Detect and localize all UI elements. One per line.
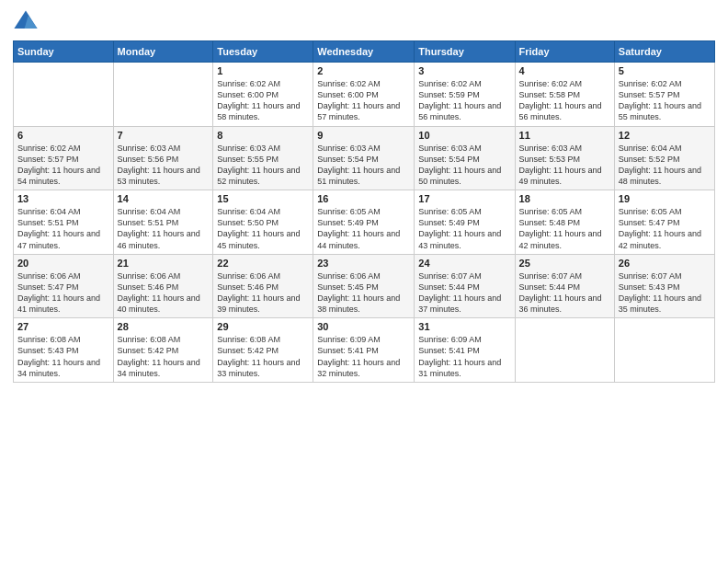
calendar-cell: 25Sunrise: 6:07 AM Sunset: 5:44 PM Dayli… xyxy=(515,254,614,318)
calendar-cell: 22Sunrise: 6:06 AM Sunset: 5:46 PM Dayli… xyxy=(213,254,313,318)
calendar-cell: 9Sunrise: 6:03 AM Sunset: 5:54 PM Daylig… xyxy=(313,126,415,190)
calendar-cell: 16Sunrise: 6:05 AM Sunset: 5:49 PM Dayli… xyxy=(313,190,415,255)
calendar-cell: 26Sunrise: 6:07 AM Sunset: 5:43 PM Dayli… xyxy=(614,254,714,318)
day-info: Sunrise: 6:02 AM Sunset: 5:57 PM Dayligh… xyxy=(619,78,711,123)
day-info: Sunrise: 6:03 AM Sunset: 5:53 PM Dayligh… xyxy=(519,143,610,188)
day-info: Sunrise: 6:02 AM Sunset: 6:00 PM Dayligh… xyxy=(317,78,410,123)
calendar-cell: 13Sunrise: 6:04 AM Sunset: 5:51 PM Dayli… xyxy=(14,190,114,255)
calendar-cell: 12Sunrise: 6:04 AM Sunset: 5:52 PM Dayli… xyxy=(614,126,714,190)
week-row-2: 13Sunrise: 6:04 AM Sunset: 5:51 PM Dayli… xyxy=(14,190,715,255)
day-info: Sunrise: 6:06 AM Sunset: 5:46 PM Dayligh… xyxy=(217,270,309,316)
calendar-cell: 7Sunrise: 6:03 AM Sunset: 5:56 PM Daylig… xyxy=(113,126,213,190)
calendar-cell xyxy=(113,63,213,127)
calendar-cell: 11Sunrise: 6:03 AM Sunset: 5:53 PM Dayli… xyxy=(515,126,614,190)
day-info: Sunrise: 6:08 AM Sunset: 5:43 PM Dayligh… xyxy=(17,334,109,379)
day-number: 28 xyxy=(118,321,210,332)
calendar-cell: 17Sunrise: 6:05 AM Sunset: 5:49 PM Dayli… xyxy=(415,190,515,255)
calendar-cell: 24Sunrise: 6:07 AM Sunset: 5:44 PM Dayli… xyxy=(415,254,515,318)
day-info: Sunrise: 6:07 AM Sunset: 5:43 PM Dayligh… xyxy=(619,270,711,316)
calendar-cell: 1Sunrise: 6:02 AM Sunset: 6:00 PM Daylig… xyxy=(213,63,313,127)
day-number: 16 xyxy=(317,193,410,204)
calendar-thead: SundayMondayTuesdayWednesdayThursdayFrid… xyxy=(14,41,715,63)
calendar-cell: 2Sunrise: 6:02 AM Sunset: 6:00 PM Daylig… xyxy=(313,63,415,127)
calendar-cell: 6Sunrise: 6:02 AM Sunset: 5:57 PM Daylig… xyxy=(14,126,114,190)
header-friday: Friday xyxy=(515,41,614,63)
week-row-3: 20Sunrise: 6:06 AM Sunset: 5:47 PM Dayli… xyxy=(14,254,715,318)
day-info: Sunrise: 6:02 AM Sunset: 5:57 PM Dayligh… xyxy=(17,143,109,188)
calendar-cell: 8Sunrise: 6:03 AM Sunset: 5:55 PM Daylig… xyxy=(213,126,313,190)
day-number: 3 xyxy=(418,65,510,76)
day-info: Sunrise: 6:03 AM Sunset: 5:54 PM Dayligh… xyxy=(418,143,510,188)
day-number: 18 xyxy=(519,193,610,204)
calendar-cell: 15Sunrise: 6:04 AM Sunset: 5:50 PM Dayli… xyxy=(213,190,313,255)
day-info: Sunrise: 6:05 AM Sunset: 5:49 PM Dayligh… xyxy=(317,206,410,251)
day-info: Sunrise: 6:02 AM Sunset: 6:00 PM Dayligh… xyxy=(217,78,309,123)
calendar-cell: 14Sunrise: 6:04 AM Sunset: 5:51 PM Dayli… xyxy=(113,190,213,255)
day-info: Sunrise: 6:03 AM Sunset: 5:54 PM Dayligh… xyxy=(317,143,410,188)
calendar-cell: 27Sunrise: 6:08 AM Sunset: 5:43 PM Dayli… xyxy=(14,318,114,383)
logo xyxy=(13,9,42,35)
header-saturday: Saturday xyxy=(614,41,714,63)
day-info: Sunrise: 6:06 AM Sunset: 5:46 PM Dayligh… xyxy=(118,270,210,316)
day-info: Sunrise: 6:09 AM Sunset: 5:41 PM Dayligh… xyxy=(317,334,410,379)
header-row xyxy=(13,9,715,35)
day-info: Sunrise: 6:05 AM Sunset: 5:48 PM Dayligh… xyxy=(519,206,610,251)
day-number: 2 xyxy=(317,65,410,76)
day-info: Sunrise: 6:04 AM Sunset: 5:50 PM Dayligh… xyxy=(217,206,309,251)
day-number: 31 xyxy=(418,321,510,332)
day-info: Sunrise: 6:06 AM Sunset: 5:45 PM Dayligh… xyxy=(317,270,410,316)
header-sunday: Sunday xyxy=(14,41,114,63)
day-number: 13 xyxy=(17,193,109,204)
calendar-cell: 19Sunrise: 6:05 AM Sunset: 5:47 PM Dayli… xyxy=(614,190,714,255)
calendar-table: SundayMondayTuesdayWednesdayThursdayFrid… xyxy=(13,40,715,383)
day-info: Sunrise: 6:04 AM Sunset: 5:52 PM Dayligh… xyxy=(619,143,711,188)
day-number: 10 xyxy=(418,130,510,141)
day-number: 7 xyxy=(118,130,210,141)
day-number: 26 xyxy=(619,258,711,269)
day-info: Sunrise: 6:08 AM Sunset: 5:42 PM Dayligh… xyxy=(118,334,210,379)
day-number: 5 xyxy=(619,65,711,76)
week-row-0: 1Sunrise: 6:02 AM Sunset: 6:00 PM Daylig… xyxy=(14,63,715,127)
calendar-cell: 10Sunrise: 6:03 AM Sunset: 5:54 PM Dayli… xyxy=(415,126,515,190)
day-number: 30 xyxy=(317,321,410,332)
day-number: 17 xyxy=(418,193,510,204)
day-info: Sunrise: 6:07 AM Sunset: 5:44 PM Dayligh… xyxy=(418,270,510,316)
day-number: 8 xyxy=(217,130,309,141)
header-tuesday: Tuesday xyxy=(213,41,313,63)
calendar-cell: 20Sunrise: 6:06 AM Sunset: 5:47 PM Dayli… xyxy=(14,254,114,318)
day-number: 27 xyxy=(17,321,109,332)
day-info: Sunrise: 6:03 AM Sunset: 5:55 PM Dayligh… xyxy=(217,143,309,188)
calendar-cell: 21Sunrise: 6:06 AM Sunset: 5:46 PM Dayli… xyxy=(113,254,213,318)
day-number: 1 xyxy=(217,65,309,76)
day-number: 29 xyxy=(217,321,309,332)
day-number: 12 xyxy=(619,130,711,141)
calendar-cell: 31Sunrise: 6:09 AM Sunset: 5:41 PM Dayli… xyxy=(415,318,515,383)
calendar-cell: 4Sunrise: 6:02 AM Sunset: 5:58 PM Daylig… xyxy=(515,63,614,127)
day-number: 20 xyxy=(17,258,109,269)
header-wednesday: Wednesday xyxy=(313,41,415,63)
day-info: Sunrise: 6:05 AM Sunset: 5:49 PM Dayligh… xyxy=(418,206,510,251)
calendar-cell xyxy=(14,63,114,127)
day-info: Sunrise: 6:08 AM Sunset: 5:42 PM Dayligh… xyxy=(217,334,309,379)
day-number: 6 xyxy=(17,130,109,141)
day-info: Sunrise: 6:09 AM Sunset: 5:41 PM Dayligh… xyxy=(418,334,510,379)
week-row-1: 6Sunrise: 6:02 AM Sunset: 5:57 PM Daylig… xyxy=(14,126,715,190)
header-thursday: Thursday xyxy=(415,41,515,63)
header-monday: Monday xyxy=(113,41,213,63)
day-info: Sunrise: 6:06 AM Sunset: 5:47 PM Dayligh… xyxy=(17,270,109,316)
day-number: 25 xyxy=(519,258,610,269)
day-number: 11 xyxy=(519,130,610,141)
calendar-cell: 3Sunrise: 6:02 AM Sunset: 5:59 PM Daylig… xyxy=(415,63,515,127)
day-info: Sunrise: 6:05 AM Sunset: 5:47 PM Dayligh… xyxy=(619,206,711,251)
day-info: Sunrise: 6:07 AM Sunset: 5:44 PM Dayligh… xyxy=(519,270,610,316)
calendar-container: SundayMondayTuesdayWednesdayThursdayFrid… xyxy=(0,0,728,390)
day-info: Sunrise: 6:03 AM Sunset: 5:56 PM Dayligh… xyxy=(118,143,210,188)
day-info: Sunrise: 6:02 AM Sunset: 5:58 PM Dayligh… xyxy=(519,78,610,123)
day-number: 22 xyxy=(217,258,309,269)
calendar-cell: 23Sunrise: 6:06 AM Sunset: 5:45 PM Dayli… xyxy=(313,254,415,318)
calendar-cell: 5Sunrise: 6:02 AM Sunset: 5:57 PM Daylig… xyxy=(614,63,714,127)
calendar-cell xyxy=(614,318,714,383)
calendar-cell: 29Sunrise: 6:08 AM Sunset: 5:42 PM Dayli… xyxy=(213,318,313,383)
day-info: Sunrise: 6:04 AM Sunset: 5:51 PM Dayligh… xyxy=(17,206,109,251)
day-number: 21 xyxy=(118,258,210,269)
